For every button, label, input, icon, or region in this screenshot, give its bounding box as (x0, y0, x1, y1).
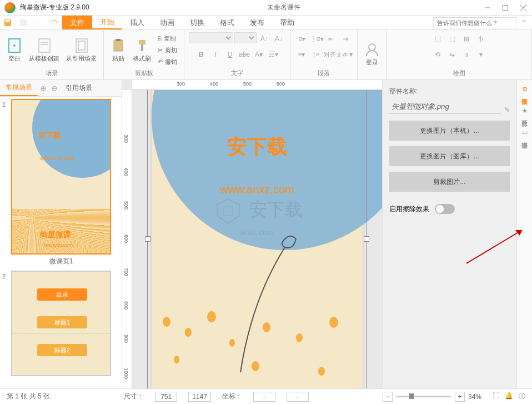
send-back-icon[interactable]: ⬚ (445, 32, 459, 46)
minimize-button[interactable] (479, 0, 496, 16)
distribute-icon[interactable]: ⫼ (460, 48, 473, 61)
erase-effect-toggle[interactable] (435, 204, 455, 214)
arrange-icon[interactable]: ▾ (474, 48, 488, 61)
strike-icon[interactable]: abc (238, 48, 251, 61)
expand-down-icon[interactable]: ⊖ (49, 84, 60, 92)
slide-item[interactable]: 1 安下载 www.anxz.com 绚星微课 xuanyes.com 微课页1 (2, 99, 119, 266)
resize-handle[interactable] (364, 236, 369, 242)
rotate-icon[interactable]: ⟲ (431, 48, 444, 61)
page-info: 第 1 张 共 5 张 (7, 392, 50, 401)
decrease-font-icon[interactable]: A↓ (272, 32, 285, 46)
close-button[interactable] (514, 0, 532, 16)
increase-font-icon[interactable]: A↑ (258, 32, 271, 46)
tab-start[interactable]: 开始 (92, 16, 122, 29)
search-input[interactable] (433, 17, 516, 28)
document-title: 未命名课件 (89, 3, 479, 12)
slide-thumbnail[interactable]: 目录 标题1 标题2 (11, 271, 111, 376)
login-button[interactable]: 登录 (362, 39, 382, 69)
change-image-library-button[interactable]: 更换图片（图库）... (389, 146, 510, 166)
zoom-in-button[interactable]: + (455, 392, 465, 402)
component-name-input[interactable] (389, 99, 501, 114)
tab-help[interactable]: 帮助 (272, 16, 302, 29)
copy-button[interactable]: ⎘复制 (155, 33, 179, 44)
blank-scene-button[interactable]: 空白 (4, 36, 24, 65)
height-value[interactable]: 1147 (188, 392, 211, 402)
menubar: 文件 开始 插入 动画 切换 格式 发布 帮助 ⌃ (0, 16, 532, 30)
undo-button[interactable]: ↶撤销 (155, 57, 179, 67)
font-family-select[interactable] (189, 32, 233, 43)
slide-thumbnail[interactable]: 安下载 www.anxz.com 绚星微课 xuanyes.com (11, 99, 111, 255)
tab-publish[interactable]: 发布 (242, 16, 272, 29)
group-icon[interactable]: ⊞ (460, 32, 473, 46)
svg-rect-10 (78, 41, 85, 50)
change-image-local-button[interactable]: 更换图片（本机）... (389, 121, 510, 141)
slide-item[interactable]: 2 目录 标题1 标题2 (2, 271, 119, 376)
tab-format[interactable]: 格式 (212, 16, 242, 29)
statusbar: 第 1 张 共 5 张 尺寸： 751 1147 坐标： - - − + 34%… (0, 388, 532, 404)
tab-file[interactable]: 文件 (62, 16, 92, 29)
notification-icon[interactable]: 🔔 (505, 392, 513, 401)
indent-increase-icon[interactable]: ⇥ (339, 32, 352, 46)
edit-name-icon[interactable]: ✎ (504, 106, 510, 114)
number-list-icon[interactable]: ⋮≡▾ (310, 32, 323, 46)
side-tab-animation[interactable]: ★交互动画 (520, 107, 529, 116)
app-logo-icon (4, 2, 16, 13)
svg-rect-12 (116, 39, 121, 41)
maximize-button[interactable] (496, 0, 514, 16)
tab-transition[interactable]: 切换 (182, 16, 212, 29)
side-tab-selection[interactable]: ▭选择窗格 (520, 129, 529, 137)
bullet-list-icon[interactable]: ≡▾ (295, 32, 309, 46)
flip-icon[interactable]: ⇋ (445, 48, 459, 61)
font-size-select[interactable] (234, 32, 257, 43)
fit-screen-icon[interactable]: ⛶ (493, 392, 499, 401)
bring-front-icon[interactable]: ⬚ (431, 32, 444, 46)
format-painter-button[interactable]: 格式刷 (131, 36, 153, 65)
zoom-slider[interactable] (396, 396, 451, 397)
collapse-ribbon-icon[interactable]: ⌃ (516, 19, 532, 27)
coord-y: - (287, 392, 309, 402)
align-icon[interactable]: ≡▾ (295, 48, 308, 61)
resize-handle[interactable] (145, 236, 150, 242)
redo-quick-icon[interactable] (48, 16, 61, 29)
ribbon-group-draw: ⬚ ⬚ ⊞ ⫛ ⟲ ⇋ ⫼ ▾ 绘图 (387, 30, 532, 79)
undo-icon: ↶ (158, 58, 163, 66)
scene-tab-normal[interactable]: 常规场景 (0, 80, 38, 96)
svg-rect-16 (224, 207, 233, 216)
canvas-page[interactable]: 安下载 www.anxz.com 安下载 anxz.com (152, 90, 363, 388)
svg-rect-6 (39, 39, 50, 52)
svg-point-5 (13, 44, 16, 47)
ruler-horizontal: 300 400 500 600 (132, 80, 382, 90)
crop-image-button[interactable]: 剪裁图片... (389, 172, 510, 192)
bold-icon[interactable]: B (194, 48, 208, 61)
copy-icon: ⎘ (158, 35, 162, 42)
save-as-icon[interactable] (17, 16, 30, 29)
indent-decrease-icon[interactable]: ⇤ (324, 32, 338, 46)
side-tab-properties[interactable]: ⚙属性设置 (520, 86, 529, 94)
tab-insert[interactable]: 插入 (122, 16, 152, 29)
ribbon-group-clipboard: 粘贴 格式刷 ⎘复制 ✂剪切 ↶撤销 剪贴板 (104, 30, 184, 79)
scene-tab-reference[interactable]: 引用场景 (60, 80, 98, 96)
tab-animation[interactable]: 动画 (152, 16, 182, 29)
cut-button[interactable]: ✂剪切 (155, 45, 179, 56)
paste-button[interactable]: 粘贴 (108, 36, 128, 65)
svg-rect-11 (114, 40, 123, 51)
highlight-icon[interactable]: ☵▾ (267, 48, 280, 61)
undo-quick-icon[interactable] (32, 16, 46, 29)
zoom-out-button[interactable]: − (383, 392, 393, 402)
italic-icon[interactable]: I (209, 48, 222, 61)
ribbon-group-paragraph: ≡▾ ⋮≡▾ ⇤ ⇥ ≡▾ ↕≡ 对齐文本 ▾ 段落 (290, 30, 358, 79)
line-spacing-icon[interactable]: ↕≡ (309, 48, 323, 61)
save-icon[interactable] (1, 16, 14, 29)
font-color-icon[interactable]: A▾ (252, 48, 265, 61)
underline-icon[interactable]: U (223, 48, 237, 61)
align-objects-icon[interactable]: ⫛ (474, 32, 488, 46)
from-reference-button[interactable]: 从引用场景 (64, 36, 99, 65)
width-value[interactable]: 751 (155, 392, 177, 402)
expand-up-icon[interactable]: ⊕ (38, 84, 49, 92)
from-template-button[interactable]: 从模板创建 (27, 36, 62, 65)
watermark: 安下载 anxz.com (152, 194, 363, 237)
canvas-heading: 安下载 (152, 133, 363, 161)
ribbon-group-scene: 空白 从模板创建 从引用场景 场景 (0, 30, 104, 79)
info-icon[interactable]: ⓘ (519, 392, 525, 401)
user-icon (364, 42, 380, 57)
